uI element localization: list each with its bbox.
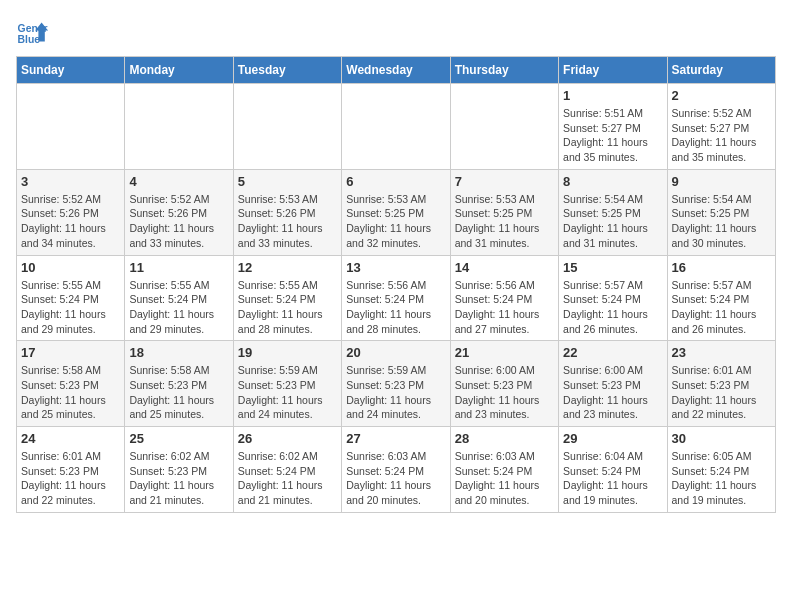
day-number: 9 [672,174,771,189]
day-info: Sunrise: 5:52 AM Sunset: 5:26 PM Dayligh… [129,192,228,251]
calendar-cell: 20Sunrise: 5:59 AM Sunset: 5:23 PM Dayli… [342,341,450,427]
day-info: Sunrise: 6:02 AM Sunset: 5:23 PM Dayligh… [129,449,228,508]
day-number: 12 [238,260,337,275]
calendar-cell: 7Sunrise: 5:53 AM Sunset: 5:25 PM Daylig… [450,169,558,255]
calendar-cell: 6Sunrise: 5:53 AM Sunset: 5:25 PM Daylig… [342,169,450,255]
day-number: 15 [563,260,662,275]
calendar-cell: 16Sunrise: 5:57 AM Sunset: 5:24 PM Dayli… [667,255,775,341]
calendar-cell: 19Sunrise: 5:59 AM Sunset: 5:23 PM Dayli… [233,341,341,427]
day-number: 1 [563,88,662,103]
logo-icon: General Blue [16,16,48,48]
day-number: 6 [346,174,445,189]
day-info: Sunrise: 5:53 AM Sunset: 5:25 PM Dayligh… [455,192,554,251]
calendar-cell: 25Sunrise: 6:02 AM Sunset: 5:23 PM Dayli… [125,427,233,513]
day-number: 26 [238,431,337,446]
calendar-week-row: 10Sunrise: 5:55 AM Sunset: 5:24 PM Dayli… [17,255,776,341]
day-info: Sunrise: 5:58 AM Sunset: 5:23 PM Dayligh… [129,363,228,422]
calendar-cell: 2Sunrise: 5:52 AM Sunset: 5:27 PM Daylig… [667,84,775,170]
day-number: 2 [672,88,771,103]
day-info: Sunrise: 5:51 AM Sunset: 5:27 PM Dayligh… [563,106,662,165]
day-info: Sunrise: 5:53 AM Sunset: 5:25 PM Dayligh… [346,192,445,251]
day-info: Sunrise: 5:55 AM Sunset: 5:24 PM Dayligh… [129,278,228,337]
day-info: Sunrise: 5:57 AM Sunset: 5:24 PM Dayligh… [672,278,771,337]
calendar-cell: 15Sunrise: 5:57 AM Sunset: 5:24 PM Dayli… [559,255,667,341]
calendar-cell: 12Sunrise: 5:55 AM Sunset: 5:24 PM Dayli… [233,255,341,341]
day-info: Sunrise: 5:59 AM Sunset: 5:23 PM Dayligh… [346,363,445,422]
day-number: 29 [563,431,662,446]
calendar-cell: 11Sunrise: 5:55 AM Sunset: 5:24 PM Dayli… [125,255,233,341]
calendar-cell [17,84,125,170]
calendar-cell: 21Sunrise: 6:00 AM Sunset: 5:23 PM Dayli… [450,341,558,427]
logo: General Blue [16,16,48,48]
svg-text:Blue: Blue [18,34,41,45]
day-info: Sunrise: 6:04 AM Sunset: 5:24 PM Dayligh… [563,449,662,508]
day-number: 25 [129,431,228,446]
calendar-cell: 30Sunrise: 6:05 AM Sunset: 5:24 PM Dayli… [667,427,775,513]
calendar-cell: 28Sunrise: 6:03 AM Sunset: 5:24 PM Dayli… [450,427,558,513]
calendar-week-row: 1Sunrise: 5:51 AM Sunset: 5:27 PM Daylig… [17,84,776,170]
day-number: 11 [129,260,228,275]
calendar-cell: 24Sunrise: 6:01 AM Sunset: 5:23 PM Dayli… [17,427,125,513]
calendar-cell: 29Sunrise: 6:04 AM Sunset: 5:24 PM Dayli… [559,427,667,513]
day-number: 30 [672,431,771,446]
day-info: Sunrise: 5:53 AM Sunset: 5:26 PM Dayligh… [238,192,337,251]
calendar-week-row: 17Sunrise: 5:58 AM Sunset: 5:23 PM Dayli… [17,341,776,427]
calendar-cell: 26Sunrise: 6:02 AM Sunset: 5:24 PM Dayli… [233,427,341,513]
day-info: Sunrise: 5:55 AM Sunset: 5:24 PM Dayligh… [238,278,337,337]
day-of-week-header: Monday [125,57,233,84]
calendar-week-row: 3Sunrise: 5:52 AM Sunset: 5:26 PM Daylig… [17,169,776,255]
calendar-cell: 1Sunrise: 5:51 AM Sunset: 5:27 PM Daylig… [559,84,667,170]
day-number: 13 [346,260,445,275]
day-info: Sunrise: 6:00 AM Sunset: 5:23 PM Dayligh… [455,363,554,422]
day-info: Sunrise: 5:54 AM Sunset: 5:25 PM Dayligh… [563,192,662,251]
day-number: 5 [238,174,337,189]
day-of-week-header: Friday [559,57,667,84]
day-number: 28 [455,431,554,446]
day-of-week-header: Wednesday [342,57,450,84]
day-info: Sunrise: 6:03 AM Sunset: 5:24 PM Dayligh… [455,449,554,508]
calendar-week-row: 24Sunrise: 6:01 AM Sunset: 5:23 PM Dayli… [17,427,776,513]
calendar-cell: 14Sunrise: 5:56 AM Sunset: 5:24 PM Dayli… [450,255,558,341]
day-number: 27 [346,431,445,446]
day-info: Sunrise: 5:52 AM Sunset: 5:27 PM Dayligh… [672,106,771,165]
calendar-header-row: SundayMondayTuesdayWednesdayThursdayFrid… [17,57,776,84]
calendar-cell: 3Sunrise: 5:52 AM Sunset: 5:26 PM Daylig… [17,169,125,255]
calendar-table: SundayMondayTuesdayWednesdayThursdayFrid… [16,56,776,513]
calendar-cell: 13Sunrise: 5:56 AM Sunset: 5:24 PM Dayli… [342,255,450,341]
day-info: Sunrise: 6:03 AM Sunset: 5:24 PM Dayligh… [346,449,445,508]
day-number: 23 [672,345,771,360]
day-info: Sunrise: 5:55 AM Sunset: 5:24 PM Dayligh… [21,278,120,337]
calendar-cell [342,84,450,170]
calendar-cell: 10Sunrise: 5:55 AM Sunset: 5:24 PM Dayli… [17,255,125,341]
day-info: Sunrise: 6:05 AM Sunset: 5:24 PM Dayligh… [672,449,771,508]
day-number: 18 [129,345,228,360]
day-number: 8 [563,174,662,189]
day-number: 14 [455,260,554,275]
day-number: 20 [346,345,445,360]
day-number: 4 [129,174,228,189]
calendar-cell [125,84,233,170]
day-number: 22 [563,345,662,360]
header: General Blue [16,16,776,48]
day-number: 19 [238,345,337,360]
day-info: Sunrise: 6:01 AM Sunset: 5:23 PM Dayligh… [21,449,120,508]
day-info: Sunrise: 5:52 AM Sunset: 5:26 PM Dayligh… [21,192,120,251]
day-number: 21 [455,345,554,360]
calendar-cell: 8Sunrise: 5:54 AM Sunset: 5:25 PM Daylig… [559,169,667,255]
day-number: 7 [455,174,554,189]
day-info: Sunrise: 5:59 AM Sunset: 5:23 PM Dayligh… [238,363,337,422]
day-info: Sunrise: 6:01 AM Sunset: 5:23 PM Dayligh… [672,363,771,422]
calendar-cell: 22Sunrise: 6:00 AM Sunset: 5:23 PM Dayli… [559,341,667,427]
day-of-week-header: Tuesday [233,57,341,84]
day-info: Sunrise: 5:57 AM Sunset: 5:24 PM Dayligh… [563,278,662,337]
calendar-cell: 5Sunrise: 5:53 AM Sunset: 5:26 PM Daylig… [233,169,341,255]
calendar-cell [450,84,558,170]
day-info: Sunrise: 5:56 AM Sunset: 5:24 PM Dayligh… [455,278,554,337]
calendar-cell [233,84,341,170]
day-info: Sunrise: 5:54 AM Sunset: 5:25 PM Dayligh… [672,192,771,251]
day-of-week-header: Saturday [667,57,775,84]
calendar-cell: 9Sunrise: 5:54 AM Sunset: 5:25 PM Daylig… [667,169,775,255]
day-number: 3 [21,174,120,189]
calendar-cell: 27Sunrise: 6:03 AM Sunset: 5:24 PM Dayli… [342,427,450,513]
day-of-week-header: Thursday [450,57,558,84]
